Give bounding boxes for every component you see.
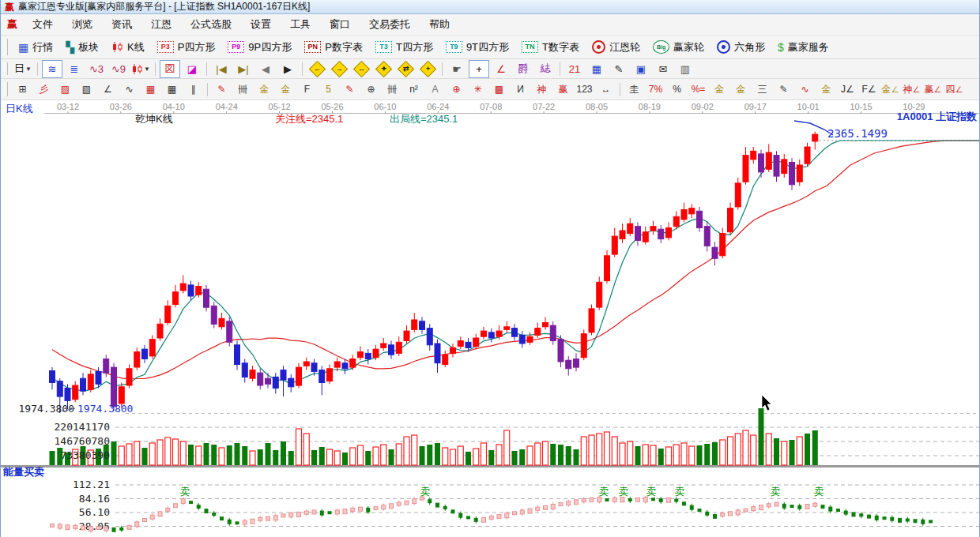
menu-formula-stock-pick[interactable]: 公式选股 <box>182 14 240 35</box>
quotes-button[interactable]: ▦行情 <box>12 39 59 56</box>
menu-trade-order[interactable]: 交易委托 <box>360 14 419 35</box>
period-day-button[interactable]: 日▼ <box>13 60 33 78</box>
nav-last-button[interactable]: ▶| <box>233 60 254 78</box>
p-number-table-button[interactable]: PNP数字表 <box>298 39 369 56</box>
three-lines-tool-button[interactable]: 三 <box>752 80 773 99</box>
width-measure-tool-button[interactable]: ↔ <box>595 80 616 99</box>
time-grid-tool-button[interactable]: ▦ <box>161 80 183 99</box>
diamond-nav-expand-button[interactable]: ⇄ <box>395 60 416 78</box>
gold-circle1-tool-button[interactable]: 金 <box>709 80 730 99</box>
grid-rect-tool-button[interactable]: ⊞ <box>12 80 33 99</box>
calendar-tool-button[interactable]: 21 <box>564 60 585 78</box>
menu-file[interactable]: 文件 <box>24 14 62 35</box>
p-number-table-label: P数字表 <box>325 40 363 54</box>
nav-next-button[interactable]: ▶ <box>277 60 298 78</box>
gann-wheel-button[interactable]: 江恩轮 <box>586 39 646 56</box>
spiral5-tool-button[interactable]: 5 <box>318 80 339 99</box>
zigzag-3-button[interactable]: ∿3 <box>86 60 107 78</box>
brush-ruler-tool-button[interactable]: ✎ <box>339 80 360 99</box>
detail-panel-button[interactable]: ≣ <box>64 60 85 78</box>
zigzag-draw-tool-button[interactable]: ∿ <box>119 80 140 99</box>
percent-lines-tool-button[interactable]: %= <box>688 80 709 99</box>
wave-view-button[interactable]: ≋ <box>42 60 62 78</box>
menu-news[interactable]: 资讯 <box>103 14 141 35</box>
toolbar-grip[interactable] <box>4 39 8 54</box>
angle-f-tool-button[interactable]: F∠ <box>858 80 880 99</box>
gold-ruler2-tool-button[interactable]: 金 <box>275 80 296 99</box>
nav-first-button[interactable]: |◀ <box>211 60 232 78</box>
ying-ruler-tool-button[interactable]: 赢 <box>552 80 574 99</box>
ink-brush-tool-button[interactable]: ✎ <box>773 80 794 99</box>
angle-measure-tool-button[interactable]: ∠ <box>491 60 511 78</box>
shen-ruler-tool-button[interactable]: 神 <box>531 80 552 99</box>
angle-gold-tool-button[interactable]: 金∠ <box>880 80 901 99</box>
calculator-tool-button[interactable]: ▦ <box>586 60 607 78</box>
tick-ruler2-tool-button[interactable]: 卌 <box>382 80 403 99</box>
zigzag-9-button[interactable]: ∿9 <box>108 60 129 78</box>
percent7-tool-button[interactable]: 7% <box>645 80 666 99</box>
wave-box-tool-button[interactable]: ∿ <box>794 80 816 99</box>
angle-ying-tool-button[interactable]: 赢∠ <box>922 80 944 99</box>
trend-angle-tool-button[interactable]: ∠ <box>97 80 119 99</box>
diamond-nav-left-button[interactable]: ← <box>307 60 327 78</box>
gold-ruler1-tool-button[interactable]: 金 <box>254 80 275 99</box>
box-star-tool-button[interactable]: ▩ <box>488 80 510 99</box>
gold-circle2-tool-button[interactable]: 金 <box>730 80 752 99</box>
toolbar-grip[interactable] <box>4 82 8 96</box>
menu-help[interactable]: 帮助 <box>420 14 458 35</box>
t-square-button[interactable]: T3T四方形 <box>369 39 439 56</box>
gann-box-fan2-tool-button[interactable]: ▧ <box>76 80 97 99</box>
gann-shape-button[interactable]: 図 <box>160 60 180 78</box>
sectors-button[interactable]: ▚板块 <box>59 39 105 56</box>
mail-tool-button[interactable]: ✉ <box>653 60 673 78</box>
diamond-nav-both-button[interactable]: ↔ <box>351 60 371 78</box>
f-ruler-tool-button[interactable]: F <box>296 80 318 99</box>
nav-prev-button[interactable]: ◀ <box>255 60 276 78</box>
pen-marks-tool-button[interactable]: И <box>510 80 531 99</box>
menu-tools[interactable]: 工具 <box>281 14 319 35</box>
price-grid-tool-button[interactable]: ▦ <box>140 80 161 99</box>
star-rays-tool-button[interactable]: ✳ <box>467 80 488 99</box>
toolbar-grip[interactable] <box>4 62 8 76</box>
gann-seal-tool-button[interactable]: 爵 <box>513 60 533 78</box>
tick-ruler-tool-button[interactable]: 卌 <box>232 80 254 99</box>
hand-tool-button[interactable]: ☛ <box>447 60 467 78</box>
crosshair-tool-button[interactable]: + <box>469 60 489 78</box>
gann-box-fan-tool-button[interactable]: ▨ <box>55 80 76 99</box>
winner-wheel-button[interactable]: Big赢家轮 <box>646 39 710 56</box>
gann-knot-tool-button[interactable]: 綕 <box>535 60 556 78</box>
n2-ruler-tool-button[interactable]: n² <box>403 80 424 99</box>
t9-square-button[interactable]: T99T四方形 <box>439 39 515 56</box>
gold-box-tool-button[interactable]: 金 <box>816 80 837 99</box>
mirror-a-tool-button[interactable]: A <box>424 80 446 99</box>
circle-cross-tool-button[interactable]: ⊕ <box>446 80 467 99</box>
percent-tool-button[interactable]: % <box>666 80 688 99</box>
candle-style-button[interactable]: ▼ <box>130 60 151 78</box>
parallel-lines-tool-button[interactable]: ∥ <box>183 80 204 99</box>
winner-service-button[interactable]: $赢家服务 <box>771 39 835 56</box>
diamond-nav-focus-button[interactable]: + <box>417 60 438 78</box>
remote-pc-tool-button[interactable]: ▥ <box>675 60 695 78</box>
menu-browse[interactable]: 浏览 <box>63 14 101 35</box>
p9-square-button[interactable]: P99P四方形 <box>221 39 298 56</box>
menu-settings[interactable]: 设置 <box>242 14 280 35</box>
menu-gann[interactable]: 江恩 <box>142 14 180 35</box>
scale-steps-tool-button[interactable]: 圭 <box>624 80 645 99</box>
circle-ruler-tool-button[interactable]: ⊕ <box>360 80 382 99</box>
menu-window[interactable]: 窗口 <box>321 14 359 35</box>
gann-fan-tool-button[interactable]: 彡 <box>33 80 55 99</box>
p-square-button[interactable]: P3P四方形 <box>151 39 222 56</box>
angle-j-tool-button[interactable]: J∠ <box>837 80 858 99</box>
t-number-table-button[interactable]: TNT数字表 <box>515 39 586 56</box>
save-tool-button[interactable]: ▣ <box>631 60 651 78</box>
notepad-tool-button[interactable]: ✎ <box>609 60 629 78</box>
kline-button[interactable]: K线 <box>105 39 151 56</box>
angle-shen-tool-button[interactable]: 神∠ <box>901 80 922 99</box>
numbered-grid-tool-button[interactable]: 123 <box>574 80 595 99</box>
diamond-nav-right-button[interactable]: → <box>329 60 349 78</box>
volume-profile-button[interactable]: ◪ <box>182 60 202 78</box>
diamond-nav-star-button[interactable]: ✦ <box>373 60 394 78</box>
red-brush-tool-button[interactable]: ✎ <box>211 80 232 99</box>
hexagon-button[interactable]: 六角形 <box>710 39 771 56</box>
angle-four-tool-button[interactable]: 四∠ <box>944 80 965 99</box>
